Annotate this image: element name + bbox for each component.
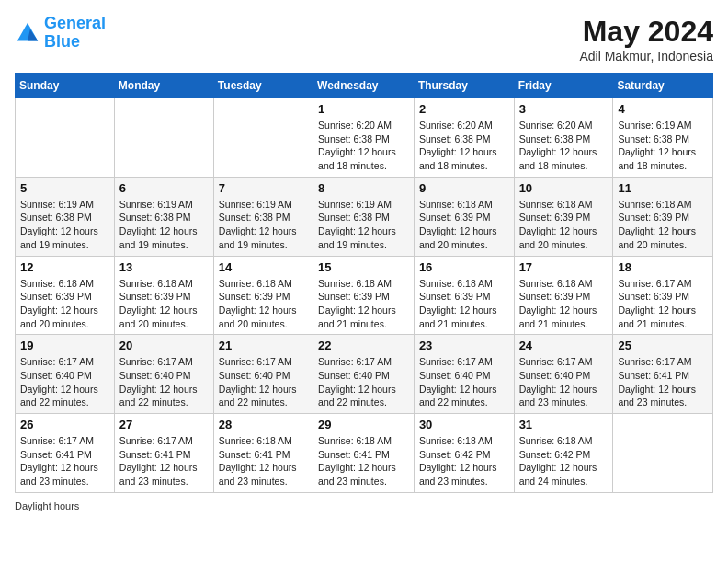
day-info: Sunrise: 6:17 AM Sunset: 6:40 PM Dayligh… [519,355,609,409]
day-number: 2 [419,102,509,116]
day-info: Sunrise: 6:18 AM Sunset: 6:41 PM Dayligh… [318,434,409,488]
day-number: 31 [519,418,609,431]
calendar-cell: 1Sunrise: 6:20 AM Sunset: 6:38 PM Daylig… [313,98,415,178]
day-info: Sunrise: 6:17 AM Sunset: 6:40 PM Dayligh… [219,355,308,409]
day-header-saturday: Saturday [613,74,713,98]
calendar-cell: 21Sunrise: 6:17 AM Sunset: 6:40 PM Dayli… [213,335,313,414]
day-number: 11 [618,181,708,195]
calendar-cell: 18Sunrise: 6:17 AM Sunset: 6:39 PM Dayli… [613,256,713,335]
calendar-cell: 30Sunrise: 6:18 AM Sunset: 6:42 PM Dayli… [414,414,514,493]
day-header-tuesday: Tuesday [213,74,313,98]
day-number: 29 [318,418,409,431]
day-number: 14 [219,260,308,274]
calendar-cell: 2Sunrise: 6:20 AM Sunset: 6:38 PM Daylig… [414,98,514,178]
calendar-cell: 23Sunrise: 6:17 AM Sunset: 6:40 PM Dayli… [414,335,514,414]
logo-line2: Blue [44,32,80,51]
day-info: Sunrise: 6:19 AM Sunset: 6:38 PM Dayligh… [20,198,109,252]
week-row-4: 26Sunrise: 6:17 AM Sunset: 6:41 PM Dayli… [16,414,713,493]
day-number: 19 [20,339,109,352]
calendar-table: SundayMondayTuesdayWednesdayThursdayFrid… [15,73,713,493]
day-info: Sunrise: 6:18 AM Sunset: 6:39 PM Dayligh… [419,277,509,331]
calendar-cell [213,98,313,178]
calendar-cell: 29Sunrise: 6:18 AM Sunset: 6:41 PM Dayli… [313,414,415,493]
day-info: Sunrise: 6:17 AM Sunset: 6:39 PM Dayligh… [618,277,708,331]
day-number: 15 [318,260,409,274]
page-header: General Blue May 2024 Adil Makmur, Indon… [15,15,713,63]
day-number: 3 [519,102,609,116]
day-number: 17 [519,260,609,274]
day-info: Sunrise: 6:19 AM Sunset: 6:38 PM Dayligh… [219,198,308,252]
day-number: 30 [419,418,509,431]
day-number: 1 [318,102,409,116]
calendar-cell: 27Sunrise: 6:17 AM Sunset: 6:41 PM Dayli… [114,414,213,493]
day-info: Sunrise: 6:18 AM Sunset: 6:39 PM Dayligh… [318,277,409,331]
calendar-cell: 24Sunrise: 6:17 AM Sunset: 6:40 PM Dayli… [514,335,613,414]
day-info: Sunrise: 6:18 AM Sunset: 6:39 PM Dayligh… [219,277,308,331]
logo: General Blue [15,15,106,52]
calendar-cell: 20Sunrise: 6:17 AM Sunset: 6:40 PM Dayli… [114,335,213,414]
calendar-cell: 25Sunrise: 6:17 AM Sunset: 6:41 PM Dayli… [613,335,713,414]
calendar-cell: 11Sunrise: 6:18 AM Sunset: 6:39 PM Dayli… [613,177,713,256]
day-info: Sunrise: 6:17 AM Sunset: 6:40 PM Dayligh… [119,355,209,409]
calendar-cell [613,414,713,493]
day-info: Sunrise: 6:18 AM Sunset: 6:41 PM Dayligh… [219,434,308,488]
calendar-cell: 13Sunrise: 6:18 AM Sunset: 6:39 PM Dayli… [114,256,213,335]
week-row-3: 19Sunrise: 6:17 AM Sunset: 6:40 PM Dayli… [16,335,713,414]
day-number: 25 [618,339,708,352]
calendar-cell: 9Sunrise: 6:18 AM Sunset: 6:39 PM Daylig… [414,177,514,256]
calendar-cell: 6Sunrise: 6:19 AM Sunset: 6:38 PM Daylig… [114,177,213,256]
day-number: 10 [519,181,609,195]
calendar-cell: 14Sunrise: 6:18 AM Sunset: 6:39 PM Dayli… [213,256,313,335]
calendar-cell: 8Sunrise: 6:19 AM Sunset: 6:38 PM Daylig… [313,177,415,256]
day-info: Sunrise: 6:18 AM Sunset: 6:39 PM Dayligh… [618,198,708,252]
day-number: 12 [20,260,109,274]
week-row-2: 12Sunrise: 6:18 AM Sunset: 6:39 PM Dayli… [16,256,713,335]
day-info: Sunrise: 6:18 AM Sunset: 6:39 PM Dayligh… [419,198,509,252]
week-row-0: 1Sunrise: 6:20 AM Sunset: 6:38 PM Daylig… [16,98,713,178]
day-header-friday: Friday [514,74,613,98]
day-number: 13 [119,260,209,274]
calendar-cell [114,98,213,178]
day-info: Sunrise: 6:20 AM Sunset: 6:38 PM Dayligh… [318,119,409,173]
day-info: Sunrise: 6:17 AM Sunset: 6:41 PM Dayligh… [618,355,708,409]
logo-text: General Blue [44,15,106,52]
calendar-cell: 16Sunrise: 6:18 AM Sunset: 6:39 PM Dayli… [414,256,514,335]
calendar-cell: 15Sunrise: 6:18 AM Sunset: 6:39 PM Dayli… [313,256,415,335]
location: Adil Makmur, Indonesia [579,49,713,63]
calendar-cell: 26Sunrise: 6:17 AM Sunset: 6:41 PM Dayli… [16,414,115,493]
calendar-cell: 22Sunrise: 6:17 AM Sunset: 6:40 PM Dayli… [313,335,415,414]
calendar-cell [16,98,115,178]
calendar-header-row: SundayMondayTuesdayWednesdayThursdayFrid… [16,74,713,98]
calendar-cell: 10Sunrise: 6:18 AM Sunset: 6:39 PM Dayli… [514,177,613,256]
day-info: Sunrise: 6:20 AM Sunset: 6:38 PM Dayligh… [419,119,509,173]
day-info: Sunrise: 6:18 AM Sunset: 6:39 PM Dayligh… [119,277,209,331]
day-info: Sunrise: 6:17 AM Sunset: 6:40 PM Dayligh… [318,355,409,409]
day-number: 20 [119,339,209,352]
day-number: 8 [318,181,409,195]
day-number: 16 [419,260,509,274]
day-info: Sunrise: 6:17 AM Sunset: 6:40 PM Dayligh… [20,355,109,409]
day-number: 7 [219,181,308,195]
day-number: 28 [219,418,308,431]
day-info: Sunrise: 6:18 AM Sunset: 6:39 PM Dayligh… [519,277,609,331]
day-number: 5 [20,181,109,195]
day-info: Sunrise: 6:17 AM Sunset: 6:41 PM Dayligh… [119,434,209,488]
day-header-thursday: Thursday [414,74,514,98]
day-number: 18 [618,260,708,274]
day-info: Sunrise: 6:19 AM Sunset: 6:38 PM Dayligh… [618,119,708,173]
day-number: 22 [318,339,409,352]
day-info: Sunrise: 6:18 AM Sunset: 6:42 PM Dayligh… [519,434,609,488]
day-header-monday: Monday [114,74,213,98]
day-number: 21 [219,339,308,352]
day-header-wednesday: Wednesday [313,74,415,98]
day-info: Sunrise: 6:18 AM Sunset: 6:42 PM Dayligh… [419,434,509,488]
month-title: May 2024 [579,15,713,49]
day-number: 24 [519,339,609,352]
day-info: Sunrise: 6:18 AM Sunset: 6:39 PM Dayligh… [519,198,609,252]
day-info: Sunrise: 6:18 AM Sunset: 6:39 PM Dayligh… [20,277,109,331]
logo-icon [15,20,40,46]
calendar-cell: 28Sunrise: 6:18 AM Sunset: 6:41 PM Dayli… [213,414,313,493]
calendar-cell: 12Sunrise: 6:18 AM Sunset: 6:39 PM Dayli… [16,256,115,335]
day-number: 4 [618,102,708,116]
day-info: Sunrise: 6:19 AM Sunset: 6:38 PM Dayligh… [318,198,409,252]
